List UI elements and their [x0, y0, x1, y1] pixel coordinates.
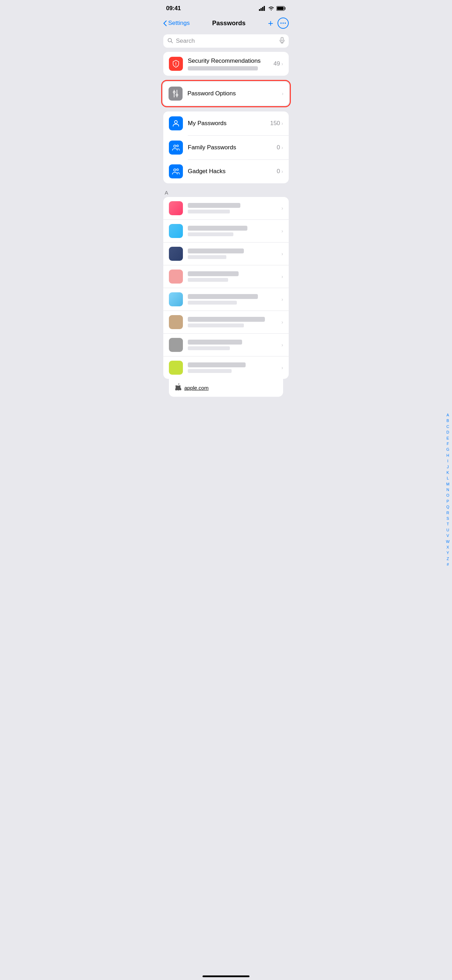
list-text-1: [188, 203, 277, 213]
svg-rect-3: [264, 6, 265, 11]
apple-logo-icon: [175, 383, 181, 393]
gadget-hacks-count-wrap: 0 ›: [277, 168, 283, 175]
more-button[interactable]: [277, 18, 289, 29]
list-item[interactable]: ›: [163, 197, 289, 220]
list-subtitle-blurred-8: [188, 369, 232, 373]
list-item[interactable]: ›: [163, 356, 289, 379]
my-passwords-item[interactable]: My Passwords 150 ›: [163, 111, 289, 135]
list-text-8: [188, 363, 277, 373]
list-chevron-1: ›: [282, 205, 283, 211]
chevron-left-icon: [163, 20, 167, 26]
app-icon-5: [169, 292, 183, 306]
mic-icon[interactable]: [280, 37, 285, 45]
apple-footer[interactable]: apple.com: [169, 379, 283, 397]
my-passwords-icon: [169, 116, 183, 130]
section-label-a: A: [158, 188, 294, 197]
multi-user-gadget-icon: [172, 167, 180, 176]
password-options-item[interactable]: Password Options ›: [163, 82, 289, 105]
apple-domain-text: apple.com: [184, 385, 208, 391]
password-options-wrapper: Password Options ›: [161, 80, 291, 107]
svg-point-7: [282, 22, 284, 24]
nav-bar: Settings Passwords +: [158, 15, 294, 33]
app-icon-1: [169, 201, 183, 215]
page-title: Passwords: [212, 20, 246, 27]
status-time: 09:41: [166, 5, 181, 12]
search-placeholder[interactable]: Search: [176, 38, 277, 45]
list-item[interactable]: ›: [163, 220, 289, 243]
status-icons: [259, 6, 286, 11]
list-item[interactable]: ›: [163, 334, 289, 356]
list-title-blurred-1: [188, 203, 240, 208]
family-passwords-label: Family Passwords: [188, 144, 272, 151]
sliders-icon: [171, 89, 180, 98]
list-text-6: [188, 317, 277, 328]
list-title-blurred-3: [188, 248, 244, 253]
security-title: Security Recommendations: [188, 57, 268, 65]
gadget-hacks-item[interactable]: Gadget Hacks 0 ›: [163, 159, 289, 183]
list-text-4: [188, 271, 277, 282]
list-title-blurred-2: [188, 226, 247, 231]
svg-point-8: [285, 22, 286, 24]
security-count: 49: [273, 60, 280, 67]
gadget-hacks-label: Gadget Hacks: [188, 168, 272, 175]
multi-user-family-icon: [172, 143, 180, 152]
svg-rect-5: [277, 7, 284, 10]
search-bar[interactable]: Search: [163, 34, 289, 48]
list-chevron-4: ›: [282, 274, 283, 279]
my-passwords-count-wrap: 150 ›: [270, 120, 283, 127]
password-options-chevron: ›: [282, 91, 283, 96]
family-passwords-item[interactable]: Family Passwords 0 ›: [163, 136, 289, 159]
wifi-icon: [268, 6, 274, 11]
list-subtitle-blurred-2: [188, 232, 233, 236]
security-text: Security Recommendations: [188, 57, 268, 70]
list-text-2: [188, 226, 277, 236]
list-chevron-7: ›: [282, 342, 283, 348]
battery-icon: [277, 6, 286, 11]
app-icon-3: [169, 247, 183, 261]
security-recommendations-item[interactable]: ! Security Recommendations 49 ›: [163, 52, 289, 76]
family-passwords-count-wrap: 0 ›: [277, 144, 283, 151]
list-chevron-5: ›: [282, 296, 283, 302]
family-passwords-chevron: ›: [282, 145, 283, 150]
list-item[interactable]: ›: [163, 311, 289, 334]
svg-point-21: [175, 121, 177, 123]
back-button[interactable]: Settings: [163, 20, 189, 27]
app-icon-8: [169, 361, 183, 375]
more-icon: [280, 22, 286, 24]
search-container: Search: [158, 33, 294, 52]
status-bar: 09:41: [158, 0, 294, 15]
list-text-3: [188, 248, 277, 259]
svg-rect-11: [281, 37, 283, 41]
password-list-section: › › › › ›: [163, 197, 289, 379]
gadget-hacks-chevron: ›: [282, 169, 283, 174]
svg-text:!: !: [175, 62, 177, 67]
apple-domain: apple.com: [184, 385, 208, 391]
list-text-7: [188, 340, 277, 350]
list-chevron-3: ›: [282, 251, 283, 256]
family-passwords-count: 0: [277, 144, 280, 151]
list-subtitle-blurred-4: [188, 278, 228, 282]
list-chevron-8: ›: [282, 365, 283, 371]
list-title-blurred-7: [188, 340, 242, 345]
security-count-wrap: 49 ›: [273, 60, 283, 67]
app-icon-7: [169, 338, 183, 352]
svg-point-24: [174, 169, 176, 171]
list-item[interactable]: ›: [163, 243, 289, 265]
list-title-blurred-8: [188, 363, 246, 368]
my-passwords-label: My Passwords: [188, 120, 265, 127]
svg-point-6: [280, 22, 282, 24]
list-title-blurred-6: [188, 317, 265, 322]
apple-footer-container: apple.com: [163, 379, 289, 397]
list-item[interactable]: ›: [163, 288, 289, 311]
list-title-blurred-5: [188, 294, 258, 299]
groups-section: My Passwords 150 › Family Passwords 0 ›: [163, 111, 289, 183]
family-passwords-icon: [169, 140, 183, 154]
app-icon-4: [169, 269, 183, 283]
back-label: Settings: [168, 20, 189, 27]
add-button[interactable]: +: [268, 19, 273, 28]
signal-icon: [259, 6, 266, 11]
my-passwords-count: 150: [270, 120, 280, 127]
app-icon-6: [169, 315, 183, 329]
nav-actions: +: [268, 18, 289, 29]
list-item[interactable]: ›: [163, 265, 289, 288]
